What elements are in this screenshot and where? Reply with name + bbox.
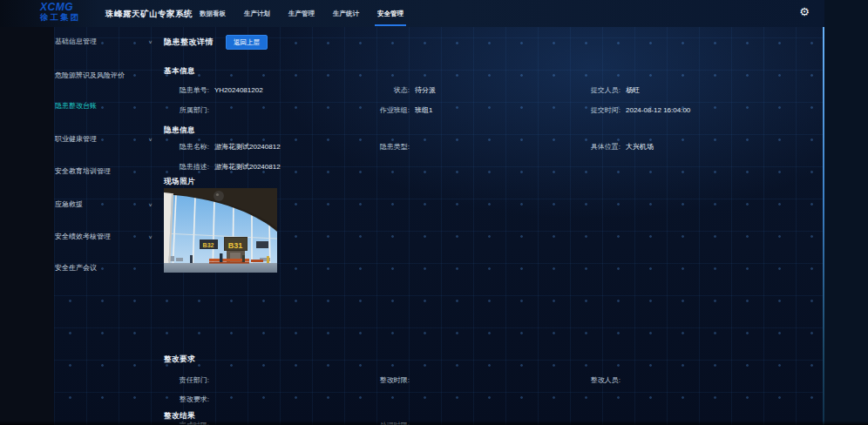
field-value-hazard-name: 游海花测试20240812: [214, 143, 354, 152]
sidebar-item-emergency-rescue[interactable]: 应急救援 ∨: [55, 200, 154, 209]
app-window: XCMG 徐工集团 珠峰露天矿山专家系统 | 数据看板 生产计划 生产管理 生产…: [0, 0, 868, 425]
sidebar-item-label: 隐患整改台账: [55, 102, 97, 111]
title-nav-separator: |: [188, 0, 190, 27]
sidebar-item-label: 职业健康管理: [55, 135, 97, 144]
field-value-status: 待分派: [415, 86, 554, 95]
nav-tab-dashboard[interactable]: 数据看板: [200, 0, 226, 27]
field-label: 隐患描述:: [164, 163, 209, 172]
nav-tab-production-plan[interactable]: 生产计划: [244, 0, 270, 27]
photo-gate-sign-b32: B32: [200, 239, 218, 249]
photo-gate-sign-b31: B31: [224, 237, 248, 251]
field-label: 所属部门:: [164, 106, 209, 115]
sidebar-item-occupational-health[interactable]: 职业健康管理 ∨: [55, 135, 154, 144]
logo-text-group: 徐工集团: [40, 13, 80, 22]
sidebar-item-safety-education[interactable]: 安全教育培训管理: [55, 167, 154, 176]
svg-text:B31: B31: [228, 241, 243, 250]
sidebar-item-label: 应急救援: [55, 200, 83, 209]
field-label: 隐患单号:: [164, 86, 209, 95]
field-value-submitter: 杨旺: [626, 86, 640, 95]
logo-text-xcmg: XCMG: [40, 2, 80, 12]
field-label: 责任部门:: [164, 376, 209, 385]
sidebar-item-label: 安全生产会议: [55, 264, 97, 273]
left-edge-panel: [0, 0, 54, 425]
field-label: 整改要求:: [164, 395, 209, 404]
field-value-hazard-description: 游海花测试20240812: [214, 163, 281, 172]
sidebar-item-safety-meeting[interactable]: 安全生产会议: [55, 264, 154, 273]
field-row: 所属部门: 作业班组: 班组1 提交时间: 2024-08-12 16:04:0…: [164, 106, 690, 115]
section-title-hazard-info: 隐患信息: [164, 125, 195, 136]
nav-tab-safety-mgmt[interactable]: 安全管理: [377, 0, 403, 27]
settings-gear-icon[interactable]: ⚙: [797, 4, 812, 20]
field-label: 隐患类型:: [354, 143, 410, 152]
section-title-site-photo: 现场照片: [164, 177, 195, 187]
section-title-basic-info: 基本信息: [164, 66, 195, 77]
field-label: 作业班组:: [354, 106, 410, 115]
xcmg-logo: XCMG 徐工集团: [40, 2, 80, 22]
sidebar-item-hazard-rectification-ledger[interactable]: 隐患整改台账: [55, 102, 154, 111]
photo-floor: [164, 263, 277, 273]
field-value-rectify-deadline: [415, 376, 554, 385]
top-navigation: 数据看板 生产计划 生产管理 生产统计 安全管理: [200, 0, 403, 27]
chevron-down-icon: ∨: [148, 233, 153, 240]
field-row: 隐患单号: YH2024081202 状态: 待分派 提交人员: 杨旺: [164, 86, 640, 95]
chevron-down-icon: ∨: [148, 201, 153, 208]
chevron-down-icon: ∨: [148, 38, 153, 45]
nav-tab-production-mgmt[interactable]: 生产管理: [288, 0, 315, 27]
sidebar-item-basic-info-mgmt[interactable]: 基础信息管理 ∨: [55, 37, 154, 46]
field-row: 责任部门: 整改时限: 整改人员:: [164, 376, 626, 385]
field-label: 提交时间:: [554, 106, 620, 115]
site-photo[interactable]: B32 B31: [164, 188, 277, 273]
field-label: 整改时限:: [354, 376, 410, 385]
page-title: 隐患整改详情: [164, 37, 214, 48]
field-row: 隐患描述: 游海花测试20240812: [164, 163, 281, 172]
back-to-parent-button[interactable]: 返回上层: [226, 35, 268, 50]
field-label: 状态:: [354, 86, 410, 95]
field-label: 整改人员:: [554, 376, 620, 385]
field-value-department: [214, 106, 354, 115]
field-label: 提交人员:: [554, 86, 620, 95]
field-label: 具体位置:: [554, 143, 620, 152]
nav-tab-production-stats[interactable]: 生产统计: [333, 0, 359, 27]
sidebar-item-label: 安全教育培训管理: [55, 167, 111, 176]
sidebar-item-label: 安全绩效考核管理: [55, 233, 111, 241]
field-row: 整改要求:: [164, 395, 214, 404]
bottom-edge-shade: [0, 421, 868, 425]
field-value-work-team: 班组1: [415, 106, 554, 115]
field-value-responsible-dept: [214, 376, 354, 385]
section-title-rectify-requirement: 整改要求: [164, 354, 195, 365]
svg-text:B32: B32: [203, 242, 214, 248]
right-edge-panel: [824, 0, 868, 425]
field-label: 隐患名称:: [164, 143, 209, 152]
top-header-bar: XCMG 徐工集团 珠峰露天矿山专家系统 | 数据看板 生产计划 生产管理 生产…: [0, 0, 824, 27]
sidebar-item-hazard-identification[interactable]: 危险源辨识及风险评价: [55, 71, 161, 80]
field-value-hazard-no: YH2024081202: [214, 86, 354, 95]
field-value-hazard-type: [415, 143, 554, 152]
sidebar-item-safety-performance[interactable]: 安全绩效考核管理 ∨: [55, 233, 154, 241]
photo-dome-camera: [214, 191, 224, 201]
detail-pane: 隐患整改详情 返回上层 基本信息 隐患单号: YH2024081202 状态: …: [164, 27, 817, 425]
field-value-submit-time: 2024-08-12 16:04:00: [626, 106, 690, 115]
field-value-location: 大兴机场: [626, 143, 654, 152]
chevron-down-icon: ∨: [148, 136, 153, 143]
photo-side-sign: [256, 241, 268, 248]
sidebar-item-label: 危险源辨识及风险评价: [55, 71, 125, 80]
system-title: 珠峰露天矿山专家系统: [105, 0, 193, 27]
sidebar-item-label: 基础信息管理: [55, 37, 97, 46]
field-row: 隐患名称: 游海花测试20240812 隐患类型: 具体位置: 大兴机场: [164, 143, 654, 152]
